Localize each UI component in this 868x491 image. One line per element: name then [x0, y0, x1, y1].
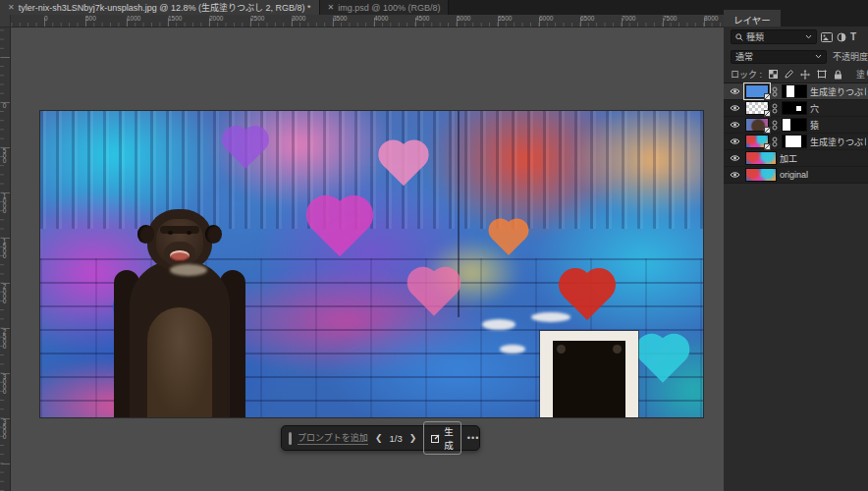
- ruler-label: 500: [85, 15, 96, 22]
- ruler-label: 5500: [498, 15, 512, 22]
- ruler-label: 6000: [539, 15, 553, 22]
- canvas-area[interactable]: [11, 27, 724, 491]
- ruler-label: 2500: [250, 15, 264, 22]
- ruler-label: 8000: [704, 15, 718, 22]
- opacity-label: 不透明度: [833, 50, 868, 63]
- door-hinge: [613, 345, 622, 354]
- more-options-icon[interactable]: •••: [467, 433, 479, 443]
- layer-mask-thumbnail[interactable]: [782, 84, 807, 98]
- layers-panel-tab[interactable]: レイヤー: [724, 10, 781, 27]
- pixel-layer-filter-icon[interactable]: [821, 32, 833, 42]
- lock-all-icon[interactable]: [834, 70, 842, 80]
- door-opening: [553, 341, 625, 417]
- prompt-input[interactable]: [298, 432, 368, 445]
- ruler-label: 0: [1, 102, 8, 107]
- document-tab-inactive[interactable]: ✕ img.psd @ 100% (RGB/8): [320, 0, 450, 15]
- chevron-down-icon: [815, 54, 822, 59]
- mask-link-icon: [772, 136, 779, 147]
- document-image-graffiti-wall[interactable]: [40, 111, 703, 417]
- lock-transparency-icon[interactable]: [769, 70, 778, 79]
- layer-mask-thumbnail[interactable]: [782, 101, 807, 115]
- generative-layer-badge-icon: [764, 110, 771, 117]
- contextual-task-bar[interactable]: ❮ 1/3 ❯ 生成 •••: [281, 425, 480, 451]
- fill-label: 塗り: [856, 68, 868, 81]
- blend-mode-value: 通常: [735, 50, 815, 63]
- mask-link-icon: [772, 120, 779, 131]
- layer-row-generative-fill[interactable]: 生成塗りつぶし: [724, 134, 868, 150]
- chimp-belly: [147, 307, 212, 417]
- photoshop-window: ✕ tyler-nix-sh3LSNbyj7k-unsplash.jpg @ 1…: [0, 0, 868, 491]
- chimp-brow: [160, 226, 199, 234]
- layer-mask-thumbnail[interactable]: [782, 135, 807, 148]
- layer-thumbnail[interactable]: [745, 151, 777, 165]
- layer-name[interactable]: 穴: [810, 102, 819, 115]
- layer-mask-thumbnail[interactable]: [782, 118, 807, 132]
- panel-tab-row: レイヤー: [724, 10, 868, 27]
- mask-link-icon: [772, 103, 779, 114]
- ruler-label: 2000: [209, 15, 223, 22]
- lock-position-move-icon[interactable]: [800, 70, 810, 80]
- layer-name[interactable]: 加工: [780, 152, 797, 165]
- layer-name[interactable]: 猿: [810, 119, 819, 132]
- adjustment-layer-filter-icon[interactable]: [837, 32, 846, 42]
- chimp-ear: [205, 225, 222, 244]
- ruler-label: 3500: [1, 418, 8, 438]
- next-variation-chevron[interactable]: ❯: [408, 433, 418, 443]
- chimp-face: [156, 219, 203, 264]
- lock-label: ロック :: [731, 68, 762, 81]
- layer-row-monkey[interactable]: 猿: [724, 117, 868, 134]
- visibility-eye-icon[interactable]: [730, 137, 742, 145]
- lock-pixels-brush-icon[interactable]: [785, 70, 793, 79]
- ruler-label: 1500: [168, 15, 182, 22]
- blend-mode-select[interactable]: 通常: [731, 50, 827, 64]
- white-door-frame: [540, 331, 638, 417]
- visibility-eye-icon[interactable]: [730, 121, 742, 129]
- mask-link-icon: [772, 86, 779, 97]
- document-tab-active[interactable]: ✕ tyler-nix-sh3LSNbyj7k-unsplash.jpg @ 1…: [0, 0, 320, 15]
- chevron-down-icon: [805, 34, 812, 39]
- layer-row-hole[interactable]: 穴: [724, 100, 868, 117]
- layer-row-original[interactable]: original: [724, 167, 868, 184]
- close-icon[interactable]: ✕: [8, 3, 15, 12]
- generate-icon: [431, 434, 440, 443]
- previous-variation-chevron[interactable]: ❮: [374, 433, 384, 443]
- ruler-label: 6500: [580, 15, 594, 22]
- generative-layer-badge-icon: [764, 93, 771, 100]
- generate-label: 生成: [444, 424, 454, 452]
- layer-name[interactable]: original: [780, 170, 808, 180]
- visibility-eye-icon[interactable]: [730, 171, 742, 179]
- layer-row-processed[interactable]: 加工: [724, 150, 868, 167]
- lock-row: ロック : 塗り: [724, 66, 868, 83]
- smart-object-badge-icon: [764, 127, 771, 134]
- layer-thumbnail[interactable]: [745, 84, 769, 98]
- ruler-label: 3000: [292, 15, 305, 22]
- layer-thumbnail[interactable]: [745, 118, 769, 132]
- lock-artboard-icon[interactable]: [817, 70, 827, 79]
- visibility-eye-icon[interactable]: [730, 104, 742, 112]
- layer-filter-row: 種類 T: [724, 27, 868, 47]
- layer-thumbnail[interactable]: [745, 101, 769, 115]
- vertical-ruler-labels: 0500100015002000250030003500: [0, 27, 11, 491]
- close-icon[interactable]: ✕: [328, 3, 335, 12]
- horizontal-ruler-labels: 0500100015002000250030003500400045005000…: [11, 15, 724, 27]
- white-paint-splash: [531, 312, 570, 322]
- drag-handle[interactable]: [289, 432, 292, 445]
- chimp-ear: [137, 225, 154, 244]
- door-hinge: [557, 345, 566, 354]
- layer-name[interactable]: 生成塗りつぶし 2: [810, 85, 866, 98]
- visibility-eye-icon[interactable]: [730, 87, 742, 95]
- chimp-beard: [170, 264, 207, 276]
- layer-filter-type-select[interactable]: 種類: [731, 29, 817, 44]
- ruler-label: 2500: [1, 328, 8, 348]
- layer-thumbnail[interactable]: [745, 135, 769, 148]
- layer-name[interactable]: 生成塗りつぶし: [810, 136, 866, 148]
- visibility-eye-icon[interactable]: [730, 154, 742, 162]
- layer-thumbnail[interactable]: [745, 168, 777, 182]
- layers-panel-body: 種類 T 通常: [724, 27, 868, 491]
- layer-row-generative-fill-2[interactable]: 生成塗りつぶし 2: [724, 83, 868, 100]
- generate-button[interactable]: 生成: [423, 421, 461, 455]
- chimp-eye: [187, 231, 191, 235]
- ruler-label: 3500: [333, 15, 347, 22]
- type-layer-filter-icon[interactable]: T: [850, 31, 856, 42]
- ruler-label: 1500: [1, 238, 8, 257]
